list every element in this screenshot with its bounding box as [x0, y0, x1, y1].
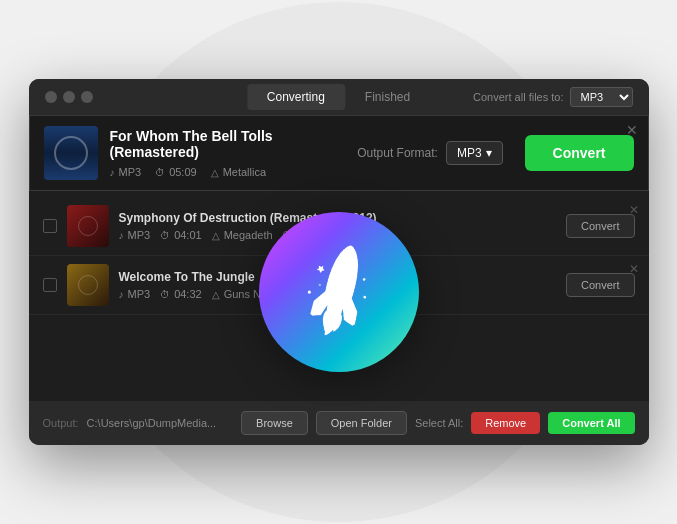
track-checkbox-2[interactable] — [43, 278, 57, 292]
browse-button[interactable]: Browse — [241, 411, 308, 435]
chevron-down-icon: ▾ — [486, 146, 492, 160]
active-track-meta: ♪ MP3 ⏱ 05:09 △ Metallica — [110, 166, 326, 178]
window-controls — [45, 91, 93, 103]
output-label: Output Format: — [357, 146, 438, 160]
select-all-label: Select All: — [415, 417, 463, 429]
clock-icon: ⏱ — [155, 167, 165, 178]
thumb-inner — [78, 275, 98, 295]
track-1-close-icon[interactable]: ✕ — [629, 203, 639, 217]
music-icon: ♪ — [119, 230, 124, 241]
convert-all-label: Convert all files to: — [473, 91, 563, 103]
active-track-format: ♪ MP3 — [110, 166, 142, 178]
active-track-artist: △ Metallica — [211, 166, 266, 178]
track-1-duration: ⏱ 04:01 — [160, 229, 202, 241]
remove-button[interactable]: Remove — [471, 412, 540, 434]
music-icon: ♪ — [110, 167, 115, 178]
active-track-info: For Whom The Bell Tolls (Remastered) ♪ M… — [110, 128, 326, 178]
track-2-format: ♪ MP3 — [119, 288, 151, 300]
track-2-duration: ⏱ 04:32 — [160, 288, 202, 300]
active-track-output-format: Output Format: MP3 ▾ — [357, 141, 502, 165]
close-dot[interactable] — [45, 91, 57, 103]
tabs: Converting Finished — [247, 84, 430, 110]
format-select[interactable]: MP3 ▾ — [446, 141, 503, 165]
clock-icon: ⏱ — [160, 289, 170, 300]
rocket-icon: 🚀 — [285, 240, 392, 345]
active-track-duration: ⏱ 05:09 — [155, 166, 197, 178]
track-2-convert-button[interactable]: Convert — [566, 273, 635, 297]
output-path-label: Output: — [43, 417, 79, 429]
output-path: C:\Users\gp\DumpMedia... — [87, 417, 234, 429]
track-checkbox-1[interactable] — [43, 219, 57, 233]
app-window: Converting Finished Convert all files to… — [29, 79, 649, 445]
rocket-overlay: 🚀 — [259, 212, 419, 372]
track-1-thumb — [67, 205, 109, 247]
clock-icon: ⏱ — [160, 230, 170, 241]
music-icon: ♪ — [119, 289, 124, 300]
track-1-convert-button[interactable]: Convert — [566, 214, 635, 238]
active-track-row: For Whom The Bell Tolls (Remastered) ♪ M… — [29, 115, 649, 191]
thumb-inner — [78, 216, 98, 236]
tab-finished[interactable]: Finished — [345, 84, 430, 110]
active-track-title: For Whom The Bell Tolls (Remastered) — [110, 128, 326, 160]
bottom-bar: Output: C:\Users\gp\DumpMedia... Browse … — [29, 401, 649, 445]
maximize-dot[interactable] — [81, 91, 93, 103]
convert-all-files: Convert all files to: MP3 AAC FLAC — [473, 87, 632, 107]
minimize-dot[interactable] — [63, 91, 75, 103]
tab-converting[interactable]: Converting — [247, 84, 345, 110]
open-folder-button[interactable]: Open Folder — [316, 411, 407, 435]
track-1-artist: △ Megadeth — [212, 229, 273, 241]
track-1-format: ♪ MP3 — [119, 229, 151, 241]
track-2-thumb — [67, 264, 109, 306]
track-2-close-icon[interactable]: ✕ — [629, 262, 639, 276]
convert-all-button[interactable]: Convert All — [548, 412, 634, 434]
active-track-album-art — [44, 126, 98, 180]
artist-icon: △ — [212, 230, 220, 241]
active-track-close-icon[interactable]: ✕ — [626, 122, 638, 138]
artist-icon: △ — [211, 167, 219, 178]
artist-icon: △ — [212, 289, 220, 300]
convert-all-format-select[interactable]: MP3 AAC FLAC — [570, 87, 633, 107]
title-bar: Converting Finished Convert all files to… — [29, 79, 649, 115]
active-convert-button[interactable]: Convert — [525, 135, 634, 171]
